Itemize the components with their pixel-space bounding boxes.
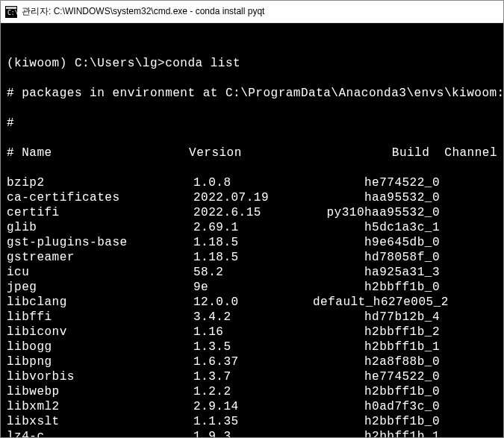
pkg-name: ca-certificates <box>7 190 193 205</box>
cmd-icon: C:\ <box>5 6 17 18</box>
pkg-name: gst-plugins-base <box>7 235 193 250</box>
pkg-version: 1.18.5 <box>193 250 313 265</box>
header-build: Build <box>305 146 429 160</box>
package-row: icu58.2ha925a31_3 <box>7 265 497 280</box>
terminal-output[interactable]: (kiwoom) C:\Users\lg>conda list # packag… <box>1 23 503 437</box>
package-row: jpeg9eh2bbff1b_0 <box>7 280 497 295</box>
pkg-name: libxslt <box>7 414 193 429</box>
package-row: libvorbis1.3.7he774522_0 <box>7 369 497 384</box>
pkg-name: certifi <box>7 205 193 220</box>
pkg-version: 2.69.1 <box>193 220 313 235</box>
pkg-build: h2bbff1b_1 <box>313 429 447 437</box>
package-row: gst-plugins-base1.18.5h9e645db_0 <box>7 235 497 250</box>
pkg-version: 1.2.2 <box>193 384 313 399</box>
header-channel: Channel <box>429 146 497 160</box>
pkg-build: h2a8f88b_0 <box>313 354 447 369</box>
pkg-name: libogg <box>7 340 193 354</box>
pkg-name: libxml2 <box>7 399 193 414</box>
pkg-name: libpng <box>7 354 193 369</box>
pkg-build: hd77b12b_4 <box>313 310 447 325</box>
hash-line: # <box>7 116 497 131</box>
pkg-build: h2bbff1b_0 <box>313 280 447 295</box>
pkg-name: libiconv <box>7 325 193 340</box>
package-row: libogg1.3.5h2bbff1b_1 <box>7 340 497 354</box>
pkg-version: 58.2 <box>193 265 313 280</box>
cmd-window: C:\ 관리자: C:\WINDOWS\system32\cmd.exe - c… <box>0 0 504 438</box>
pkg-version: 1.18.5 <box>193 235 313 250</box>
pkg-version: 1.16 <box>193 325 313 340</box>
pkg-name: gstreamer <box>7 250 193 265</box>
package-row: glib2.69.1h5dc1a3c_1 <box>7 220 497 235</box>
package-row: libffi3.4.2hd77b12b_4 <box>7 310 497 325</box>
pkg-name: libffi <box>7 310 193 325</box>
pkg-version: 1.3.5 <box>193 340 313 354</box>
pkg-build: h0ad7f3c_0 <box>313 399 447 414</box>
pkg-build: default_h627e005_2 <box>313 295 447 310</box>
svg-text:C:\: C:\ <box>7 10 17 16</box>
pkg-build: h2bbff1b_2 <box>313 325 447 340</box>
pkg-build: he774522_0 <box>313 369 447 384</box>
pkg-version: 2022.07.19 <box>193 190 313 205</box>
pkg-build: h2bbff1b_0 <box>313 384 447 399</box>
header-row: # NameVersionBuildChannel <box>7 146 497 160</box>
pkg-version: 12.0.0 <box>193 295 313 310</box>
titlebar-text: 관리자: C:\WINDOWS\system32\cmd.exe - conda… <box>22 5 264 18</box>
pkg-build: py310haa95532_0 <box>313 205 447 220</box>
package-row: lz4-c1.9.3h2bbff1b_1 <box>7 429 497 437</box>
pkg-build: h2bbff1b_0 <box>313 414 447 429</box>
pkg-name: lz4-c <box>7 429 193 437</box>
header-name: # Name <box>7 146 189 160</box>
package-row: gstreamer1.18.5hd78058f_0 <box>7 250 497 265</box>
pkg-build: h9e645db_0 <box>313 235 447 250</box>
header-version: Version <box>189 146 305 160</box>
pkg-version: 2.9.14 <box>193 399 313 414</box>
pkg-build: haa95532_0 <box>313 190 447 205</box>
pkg-version: 9e <box>193 280 313 295</box>
pkg-build: he774522_0 <box>313 175 447 190</box>
pkg-name: jpeg <box>7 280 193 295</box>
command: conda list <box>165 56 240 71</box>
package-row: bzip21.0.8he774522_0 <box>7 175 497 190</box>
prompt-line: (kiwoom) C:\Users\lg>conda list <box>7 56 497 71</box>
pkg-version: 1.6.37 <box>193 354 313 369</box>
env-line: # packages in environment at C:\ProgramD… <box>7 86 497 101</box>
pkg-name: glib <box>7 220 193 235</box>
package-row: certifi2022.6.15py310haa95532_0 <box>7 205 497 220</box>
package-row: libiconv1.16h2bbff1b_2 <box>7 325 497 340</box>
titlebar[interactable]: C:\ 관리자: C:\WINDOWS\system32\cmd.exe - c… <box>1 1 503 23</box>
package-row: libxslt1.1.35h2bbff1b_0 <box>7 414 497 429</box>
svg-rect-1 <box>6 7 16 9</box>
pkg-version: 1.1.35 <box>193 414 313 429</box>
pkg-build: hd78058f_0 <box>313 250 447 265</box>
pkg-name: libwebp <box>7 384 193 399</box>
pkg-build: ha925a31_3 <box>313 265 447 280</box>
prompt: (kiwoom) C:\Users\lg> <box>7 56 165 71</box>
package-list: bzip21.0.8he774522_0ca-certificates2022.… <box>7 175 497 437</box>
pkg-build: h2bbff1b_1 <box>313 340 447 354</box>
pkg-version: 1.9.3 <box>193 429 313 437</box>
package-row: ca-certificates2022.07.19haa95532_0 <box>7 190 497 205</box>
pkg-version: 1.3.7 <box>193 369 313 384</box>
package-row: libpng1.6.37h2a8f88b_0 <box>7 354 497 369</box>
pkg-build: h5dc1a3c_1 <box>313 220 447 235</box>
pkg-version: 1.0.8 <box>193 175 313 190</box>
pkg-name: icu <box>7 265 193 280</box>
pkg-name: bzip2 <box>7 175 193 190</box>
pkg-name: libvorbis <box>7 369 193 384</box>
pkg-name: libclang <box>7 295 193 310</box>
package-row: libclang12.0.0default_h627e005_2 <box>7 295 497 310</box>
package-row: libwebp1.2.2h2bbff1b_0 <box>7 384 497 399</box>
pkg-version: 2022.6.15 <box>193 205 313 220</box>
package-row: libxml22.9.14h0ad7f3c_0 <box>7 399 497 414</box>
pkg-version: 3.4.2 <box>193 310 313 325</box>
